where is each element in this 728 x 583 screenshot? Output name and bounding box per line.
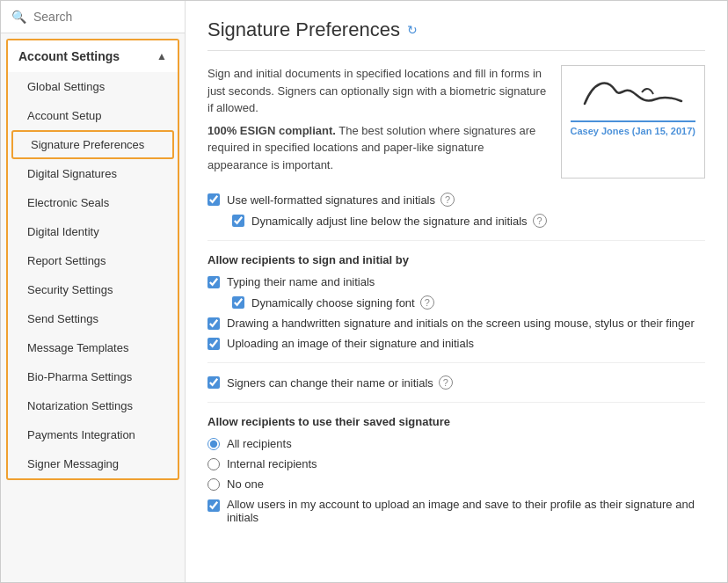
chevron-up-icon: ▲ — [157, 50, 167, 62]
page-header: Signature Preferences ↻ — [207, 18, 705, 51]
checkbox-row-2: Dynamically adjust line below the signat… — [207, 214, 705, 228]
radio-label-1: All recipients — [227, 437, 292, 450]
checkbox-row-1: Use well-formatted signatures and initia… — [207, 193, 705, 207]
signature-svg — [576, 73, 690, 113]
radio-internal-recipients[interactable] — [207, 458, 220, 470]
intro-text: Sign and initial documents in specified … — [207, 65, 547, 179]
checkbox-typing[interactable] — [207, 276, 220, 288]
radio-row-1: All recipients — [207, 437, 705, 450]
account-settings-section: Account Settings ▲ Global Settings Accou… — [6, 39, 179, 480]
signature-preview: Casey Jones (Jan 15, 2017) — [561, 65, 705, 179]
app-window: 🔍 Account Settings ▲ Global Settings Acc… — [0, 0, 728, 583]
search-bar: 🔍 — [1, 1, 185, 33]
checkbox-label-6: Uploading an image of their signature an… — [227, 337, 474, 350]
help-icon-2[interactable]: ? — [533, 214, 547, 228]
section-saved-signature-label: Allow recipients to use their saved sign… — [207, 415, 705, 428]
sidebar-item-message-templates[interactable]: Message Templates — [8, 333, 178, 362]
checkbox-label-1: Use well-formatted signatures and initia… — [227, 193, 455, 207]
radio-label-2: Internal recipients — [227, 457, 317, 470]
intro-paragraph2: 100% ESIGN compliant. The best solution … — [207, 122, 547, 174]
sidebar-items-list: Global Settings Account Setup Signature … — [8, 72, 178, 478]
page-title: Signature Preferences — [207, 18, 400, 41]
checkbox-row-4: Dynamically choose signing font ? — [207, 295, 705, 310]
sidebar-item-digital-identity[interactable]: Digital Identity — [8, 217, 178, 246]
checkbox-label-3: Typing their name and initials — [227, 275, 375, 288]
radio-label-3: No one — [227, 477, 264, 491]
help-icon-3[interactable]: ? — [420, 295, 434, 310]
checkbox-label-2: Dynamically adjust line below the signat… — [251, 214, 547, 228]
intro-section: Sign and initial documents in specified … — [207, 65, 705, 179]
divider-3 — [207, 402, 705, 403]
intro-bold-label: 100% ESIGN compliant. — [207, 124, 336, 137]
divider-1 — [207, 240, 705, 241]
sidebar-item-account-setup[interactable]: Account Setup — [8, 101, 178, 130]
search-input[interactable] — [33, 10, 174, 24]
checkbox-label-5: Drawing a handwritten signature and init… — [227, 317, 695, 330]
checkbox-row-6: Uploading an image of their signature an… — [207, 337, 705, 350]
radio-all-recipients[interactable] — [207, 438, 220, 450]
checkbox-row-3: Typing their name and initials — [207, 275, 705, 288]
refresh-icon[interactable]: ↻ — [407, 23, 418, 37]
checkbox-row-5: Drawing a handwritten signature and init… — [207, 317, 705, 330]
checkbox-label-7: Signers can change their name or initial… — [227, 375, 453, 390]
divider-2 — [207, 362, 705, 363]
main-content: Signature Preferences ↻ Sign and initial… — [186, 1, 727, 582]
search-icon: 🔍 — [11, 10, 26, 24]
account-settings-header[interactable]: Account Settings ▲ — [8, 40, 178, 72]
section-sign-initial-label: Allow recipients to sign and initial by — [207, 253, 705, 266]
radio-no-one[interactable] — [207, 478, 220, 491]
signature-name: Casey Jones (Jan 15, 2017) — [571, 126, 695, 136]
sidebar-item-security-settings[interactable]: Security Settings — [8, 275, 178, 304]
sidebar-item-payments-integration[interactable]: Payments Integration — [8, 420, 178, 449]
sidebar-item-digital-signatures[interactable]: Digital Signatures — [8, 159, 178, 188]
checkbox-dynamic-font[interactable] — [232, 296, 244, 309]
sidebar-item-signature-preferences[interactable]: Signature Preferences — [11, 130, 174, 159]
checkbox-change-name[interactable] — [207, 376, 220, 389]
intro-paragraph1: Sign and initial documents in specified … — [207, 65, 547, 117]
sidebar-item-bio-pharma-settings[interactable]: Bio-Pharma Settings — [8, 362, 178, 391]
checkbox-label-8: Allow users in my account to upload an i… — [227, 498, 705, 524]
sidebar-item-notarization-settings[interactable]: Notarization Settings — [8, 391, 178, 420]
checkbox-row-8: Allow users in my account to upload an i… — [207, 498, 705, 524]
checkbox-dynamic-line[interactable] — [232, 215, 244, 227]
help-icon-4[interactable]: ? — [439, 375, 453, 390]
sidebar-item-signer-messaging[interactable]: Signer Messaging — [8, 449, 178, 478]
checkbox-well-formatted[interactable] — [207, 193, 220, 206]
radio-row-3: No one — [207, 477, 705, 491]
checkbox-uploading[interactable] — [207, 338, 220, 350]
sidebar: 🔍 Account Settings ▲ Global Settings Acc… — [1, 1, 186, 582]
radio-row-2: Internal recipients — [207, 457, 705, 470]
sidebar-item-report-settings[interactable]: Report Settings — [8, 246, 178, 275]
sidebar-item-electronic-seals[interactable]: Electronic Seals — [8, 188, 178, 217]
checkbox-drawing[interactable] — [207, 317, 220, 330]
checkbox-label-4: Dynamically choose signing font ? — [251, 295, 434, 310]
checkbox-upload-image[interactable] — [207, 499, 220, 512]
account-settings-label: Account Settings — [18, 49, 120, 63]
checkbox-row-7: Signers can change their name or initial… — [207, 375, 705, 390]
sidebar-item-global-settings[interactable]: Global Settings — [8, 72, 178, 101]
sidebar-item-send-settings[interactable]: Send Settings — [8, 304, 178, 333]
signature-display — [571, 73, 695, 122]
help-icon-1[interactable]: ? — [440, 193, 455, 207]
